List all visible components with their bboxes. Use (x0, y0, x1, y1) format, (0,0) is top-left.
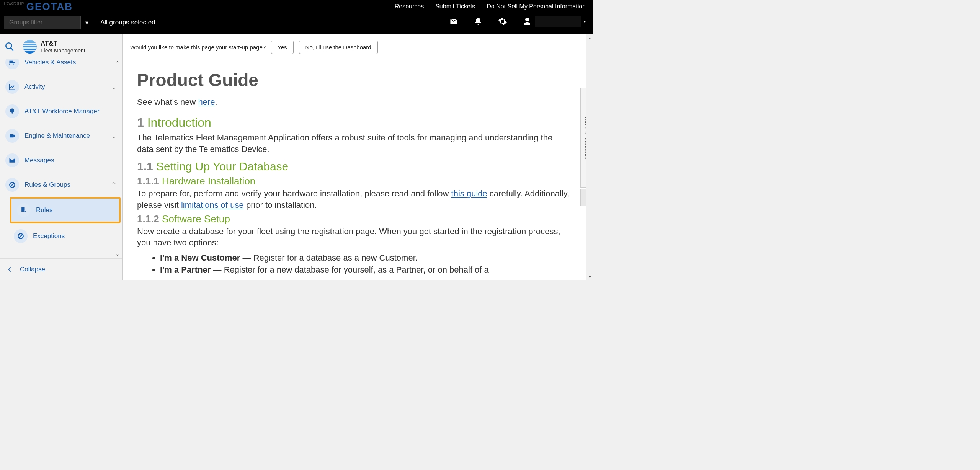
brand-text: AT&T Fleet Management (41, 40, 85, 54)
nosign-icon (5, 178, 19, 192)
groups-selected-label: All groups selected (100, 19, 155, 26)
sidebar-header: AT&T Fleet Management (0, 34, 122, 59)
envelope-icon[interactable] (449, 17, 458, 26)
main-wrap: AT&T Fleet Management ⌃ Vehicles & Asset… (0, 34, 593, 280)
section-1-1-title: Setting Up Your Database (156, 160, 288, 173)
gear-icon[interactable] (498, 17, 507, 26)
section-1-1-2-body: Now create a database for your fleet usi… (137, 226, 570, 248)
geotab-logo: GEOTAB (26, 1, 73, 13)
nav-label: Activity (24, 83, 45, 91)
section-1-1-2-num: 1.1.2 (137, 213, 162, 225)
collapse-label: Collapse (20, 266, 45, 273)
startup-yes-button[interactable]: Yes (271, 41, 293, 54)
content-area: Would you like to make this page your st… (122, 34, 593, 280)
link-do-not-sell[interactable]: Do Not Sell My Personal Information (487, 3, 586, 10)
section-1-1-1-num: 1.1.1 (137, 175, 162, 187)
powered-by-label: Powered by (4, 2, 24, 5)
nav-label: Vehicles & Assets (24, 59, 76, 66)
whatsnew-suffix: . (215, 97, 217, 107)
limitations-of-use-link[interactable]: limitations of use (181, 200, 244, 210)
brand-line2: Fleet Management (41, 47, 85, 54)
svg-line-1 (11, 48, 13, 51)
nav-label: Rules & Groups (24, 181, 70, 189)
link-submit-tickets[interactable]: Submit Tickets (435, 3, 475, 10)
groups-filter: ▾ All groups selected (4, 16, 155, 29)
nosign-icon (14, 229, 28, 243)
s111-body-a: To prepare for, perform and verify your … (137, 189, 451, 198)
svg-point-0 (6, 43, 11, 49)
rules-highlight-box: Rules (10, 197, 121, 223)
bell-icon[interactable] (474, 17, 483, 26)
scroll-track[interactable] (586, 41, 593, 273)
groups-filter-input[interactable] (4, 16, 80, 29)
sidebar-item-workforce-manager[interactable]: AT&T Workforce Manager (0, 99, 122, 124)
envelope-icon (5, 153, 19, 167)
nav-list: ⌃ Vehicles & Assets Activity ⌄ AT&T Work… (0, 59, 122, 258)
whatsnew-prefix: See what's new (137, 97, 198, 107)
this-guide-link[interactable]: this guide (451, 189, 487, 198)
page-title: Product Guide (137, 70, 570, 90)
section-1-heading: 1 Introduction (137, 116, 570, 130)
nav-label: Rules (36, 206, 52, 214)
sidebar-subitem-rules[interactable]: Rules (11, 199, 119, 222)
nav-label: Messages (24, 157, 54, 164)
nav-label: AT&T Workforce Manager (24, 108, 100, 115)
link-resources[interactable]: Resources (395, 3, 424, 10)
li2-rest: — Register for a new database for yourse… (211, 265, 488, 274)
brand-line1: AT&T (41, 40, 85, 47)
user-name-box (535, 16, 581, 27)
chart-icon (5, 80, 19, 94)
sidebar-item-rules-groups[interactable]: Rules & Groups ⌃ (0, 173, 122, 197)
rules-groups-submenu: Rules Exceptions (0, 197, 122, 248)
search-button[interactable] (5, 42, 15, 52)
li1-bold: I'm a New Customer (160, 253, 240, 263)
section-1-1-1-body: To prepare for, perform and verify your … (137, 188, 570, 211)
camera-icon (5, 129, 19, 143)
collapse-sidebar-button[interactable]: Collapse (0, 258, 122, 280)
top-icon-bar: ▾ (449, 16, 586, 27)
software-setup-options-list: I'm a New Customer — Register for a data… (160, 252, 570, 276)
svg-line-3 (10, 183, 14, 187)
att-logo-icon (23, 40, 37, 54)
sidebar-item-engine-maintenance[interactable]: Engine & Maintenance ⌄ (0, 124, 122, 148)
groups-filter-dropdown[interactable]: ▾ (80, 16, 93, 29)
svg-line-5 (19, 234, 23, 238)
whats-new-link[interactable]: here (198, 97, 215, 107)
user-menu[interactable]: ▾ (523, 16, 586, 27)
puzzle-icon (5, 104, 19, 118)
section-1-1-num: 1.1 (137, 160, 156, 173)
s111-body-c: prior to installation. (244, 200, 317, 210)
chevron-down-icon: ⌄ (111, 132, 117, 140)
sidebar-subitem-exceptions[interactable]: Exceptions (8, 225, 122, 248)
sidebar-item-vehicles-assets[interactable]: Vehicles & Assets (0, 59, 122, 75)
section-1-title: Introduction (147, 116, 211, 129)
document-area: Product Guide See what's new here. 1 Int… (122, 60, 593, 280)
chevron-down-icon: ⌄ (111, 83, 117, 91)
list-item: I'm a New Customer — Register for a data… (160, 252, 570, 264)
sidebar: AT&T Fleet Management ⌃ Vehicles & Asset… (0, 34, 122, 280)
li2-bold: I'm a Partner (160, 265, 211, 274)
section-1-body: The Telematics Fleet Management Applicat… (137, 132, 570, 155)
nav-label: Engine & Maintenance (24, 132, 90, 140)
section-1-1-2-title: Software Setup (162, 213, 230, 225)
chevron-up-icon: ⌃ (111, 181, 117, 189)
caret-down-icon: ▾ (85, 19, 88, 26)
top-bar: Powered by GEOTAB Resources Submit Ticke… (0, 0, 593, 34)
top-links: Resources Submit Tickets Do Not Sell My … (395, 3, 586, 10)
sidebar-item-activity[interactable]: Activity ⌄ (0, 75, 122, 99)
li1-rest: — Register for a database as a new Custo… (240, 253, 417, 263)
caret-down-icon: ▾ (584, 20, 586, 24)
nav-label: Exceptions (33, 232, 65, 240)
search-icon (5, 42, 15, 52)
user-icon (523, 17, 532, 26)
section-1-num: 1 (137, 116, 147, 129)
scroll-up-arrow-icon[interactable]: ▴ (586, 34, 593, 41)
vertical-scrollbar[interactable]: ▴ ▾ (586, 34, 593, 280)
section-1-1-1-title: Hardware Installation (162, 175, 255, 187)
nav-scroll-down[interactable]: ⌄ (114, 251, 121, 257)
sidebar-item-messages[interactable]: Messages (0, 148, 122, 173)
startup-no-button[interactable]: No, I'll use the Dashboard (299, 41, 378, 54)
scroll-down-arrow-icon[interactable]: ▾ (586, 273, 593, 280)
chevron-left-icon (7, 266, 13, 273)
truck-icon (5, 59, 19, 69)
